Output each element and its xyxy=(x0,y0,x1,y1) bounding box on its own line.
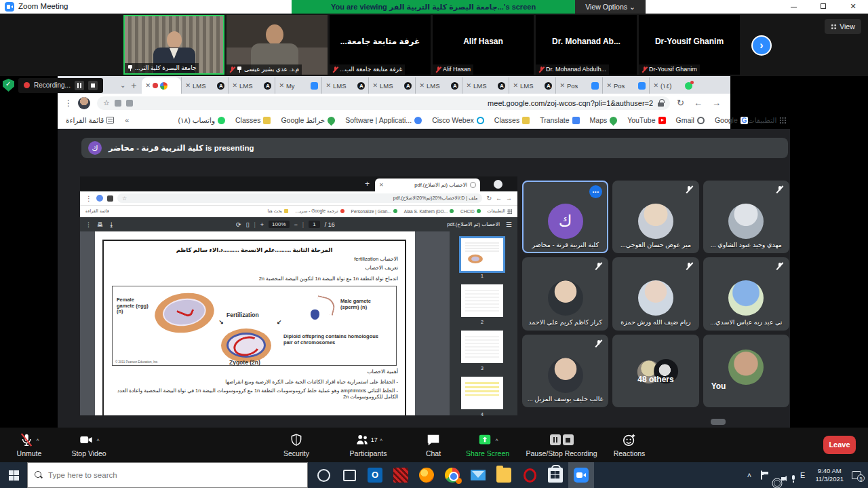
inner-bookmark[interactable]: Alaa S. Kathem (DO... xyxy=(404,209,454,214)
page-number-input[interactable]: 1 xyxy=(309,221,319,228)
taskbar-firefox[interactable] xyxy=(414,462,439,488)
bookmark-gmail[interactable]: Gmail xyxy=(676,116,705,124)
profile-avatar[interactable] xyxy=(78,97,90,109)
share-screen-button[interactable]: ˄ Share Screen xyxy=(458,431,517,457)
thumbnail-page-3[interactable] xyxy=(461,331,503,363)
tab-close-icon[interactable]: ✕ xyxy=(372,82,378,89)
inner-extension-icon[interactable] xyxy=(96,195,103,202)
tab-lms[interactable]: ✕LMSA xyxy=(368,77,415,94)
tab-lms[interactable]: ✕LMSA xyxy=(181,77,228,94)
tab-lms[interactable]: ✕LMSA xyxy=(462,77,509,94)
taskbar-opera[interactable] xyxy=(517,462,542,488)
minimize-button[interactable] xyxy=(778,0,808,14)
chevron-up-icon[interactable]: ˄ xyxy=(380,437,383,443)
reading-list-button[interactable]: قائمة القراءة xyxy=(66,116,114,124)
inner-new-tab-button[interactable]: + xyxy=(365,179,370,189)
extension-icon[interactable] xyxy=(126,100,133,107)
url-text[interactable]: meet.google.com/zoj-wcos-cqn?pli=1&authu… xyxy=(133,99,653,107)
tab-my[interactable]: ✕My xyxy=(275,77,321,94)
participant-tile-presenter[interactable]: ••• ك كلية التربية قرنة - محاضر xyxy=(522,181,608,253)
bookmark-star-icon[interactable]: ☆ xyxy=(103,98,110,107)
participant-tile[interactable]: ريام ضيف الله ورش حمزة xyxy=(612,257,698,330)
tab-pos[interactable]: ✕Pos xyxy=(602,77,649,94)
taskbar-cortana[interactable] xyxy=(311,462,336,488)
taskbar-zoom-active[interactable] xyxy=(568,462,594,488)
bookmark-software[interactable]: Software | Applicati... xyxy=(345,116,422,124)
taskbar-mail[interactable] xyxy=(465,462,491,488)
inner-menu-icon[interactable]: ⋮ xyxy=(85,195,92,202)
thumbnail-page-1[interactable] xyxy=(461,238,503,271)
download-icon[interactable]: ⭳ xyxy=(108,221,115,228)
bookmark-google-maps[interactable]: خرائط Google xyxy=(281,116,335,124)
tab-close-icon[interactable]: ✕ xyxy=(559,82,565,89)
pause-stop-recording-button[interactable]: Pause/Stop Recording xyxy=(521,431,602,457)
view-options-button[interactable]: View Options ⌄ xyxy=(575,0,646,14)
participant-tile[interactable]: ...مير عوض حسان العوجي xyxy=(612,181,698,253)
scrollbar-thumb[interactable] xyxy=(711,419,726,425)
tab-pos[interactable]: ✕Pos xyxy=(555,77,602,94)
tab-lms[interactable]: ✕LMSA xyxy=(321,77,368,94)
search-input[interactable] xyxy=(48,471,300,479)
action-center[interactable]: 5 xyxy=(852,471,861,479)
tile-options-icon[interactable]: ••• xyxy=(589,185,602,198)
security-button[interactable]: Security xyxy=(267,431,326,457)
participant-tile-others[interactable]: 48 others xyxy=(612,335,698,407)
taskbar-chrome[interactable] xyxy=(439,462,465,488)
participant-tile-you[interactable]: You xyxy=(703,335,789,407)
taskbar-outlook[interactable]: O xyxy=(362,462,388,488)
tab-close-icon[interactable]: ✕ xyxy=(606,82,612,89)
fit-page-icon[interactable]: ▯ xyxy=(246,221,250,228)
taskbar-store[interactable] xyxy=(542,462,568,488)
inner-bookmark[interactable]: Personalize | Gran... xyxy=(351,209,397,214)
tab-close-icon[interactable]: ✕ xyxy=(513,82,518,89)
inner-bookmark[interactable]: ترجمة Google - سريـ... xyxy=(295,208,344,214)
taskbar-task-view[interactable] xyxy=(336,462,362,488)
video-tile-5[interactable]: Dr. Mohanad Ab... Dr. Mohanad Abdulh... xyxy=(536,15,637,75)
participants-button[interactable]: 17˄ Participants xyxy=(331,431,406,457)
stop-recording-button[interactable] xyxy=(88,81,98,90)
next-page-button[interactable]: › xyxy=(751,35,772,56)
bookmark-classes-2[interactable]: Classes xyxy=(494,116,530,124)
video-tile-6[interactable]: Dr-Yousif Ghanim Dr-Yousif Ghanim xyxy=(639,15,740,75)
inner-bookmark[interactable]: CHCID xyxy=(460,209,481,214)
taskbar-app[interactable] xyxy=(388,462,414,488)
thumbnail-page-4[interactable] xyxy=(461,377,503,409)
bookmark-webex[interactable]: Cisco Webex xyxy=(432,116,484,124)
tab-close-icon[interactable]: ✕ xyxy=(419,82,425,89)
inner-url-text[interactable]: ملف | D:/الاخصاب%20(تم%20الاصلاح).pdf xyxy=(127,195,477,201)
battery-icon[interactable] xyxy=(761,471,762,479)
stop-recording-icon[interactable] xyxy=(563,434,574,445)
inner-back-icon[interactable]: ← xyxy=(496,195,502,202)
zoom-out-icon[interactable]: − xyxy=(294,221,298,228)
participant-tile[interactable]: ... غالب خليف يوسف المزيل xyxy=(522,335,608,407)
tab-close-icon[interactable]: ✕ xyxy=(232,82,237,89)
extension-icon[interactable] xyxy=(115,100,121,107)
zoom-level[interactable]: 100% xyxy=(269,221,289,228)
bookmarks-overflow-chevron[interactable]: « xyxy=(125,116,129,124)
inner-extension-icon[interactable] xyxy=(107,195,113,202)
pause-recording-button[interactable] xyxy=(75,81,84,90)
tab-search-chevron-icon[interactable]: ⌄ xyxy=(120,77,125,94)
back-icon[interactable]: ← xyxy=(694,98,703,108)
start-button[interactable] xyxy=(0,462,27,488)
pdf-menu-icon[interactable]: ⋮ xyxy=(85,221,92,228)
bookmark-youtube[interactable]: YouTube xyxy=(627,116,665,124)
zoom-in-icon[interactable]: + xyxy=(260,221,264,228)
taskbar-file-explorer[interactable] xyxy=(491,462,517,488)
address-bar[interactable]: ☆ meet.google.com/zoj-wcos-cqn?pli=1&aut… xyxy=(97,96,670,110)
inner-forward-icon[interactable]: → xyxy=(506,195,512,202)
taskbar-search[interactable] xyxy=(27,462,308,488)
tab-lms[interactable]: ✕LMSA xyxy=(228,77,275,94)
chevron-up-icon[interactable]: ˄ xyxy=(495,437,498,443)
tab-lms[interactable]: ✕LMSA xyxy=(509,77,555,94)
inner-star-icon[interactable]: ☆ xyxy=(122,195,127,202)
tray-chevron-icon[interactable]: ˄ xyxy=(747,471,751,479)
leave-button[interactable]: Leave xyxy=(823,436,856,454)
tab-close-icon[interactable]: ✕ xyxy=(185,82,191,89)
clock[interactable]: 9:40 AM 11/3/2021 xyxy=(815,467,844,483)
tab-lms[interactable]: ✕LMSA xyxy=(415,77,462,94)
participant-tile[interactable]: ...ني عبد ربه عباس الاسدي xyxy=(703,257,789,330)
thumbnail-page-2[interactable] xyxy=(461,284,503,317)
maximize-button[interactable] xyxy=(808,0,838,14)
inner-bookmark[interactable]: بحث هنا xyxy=(268,208,289,214)
